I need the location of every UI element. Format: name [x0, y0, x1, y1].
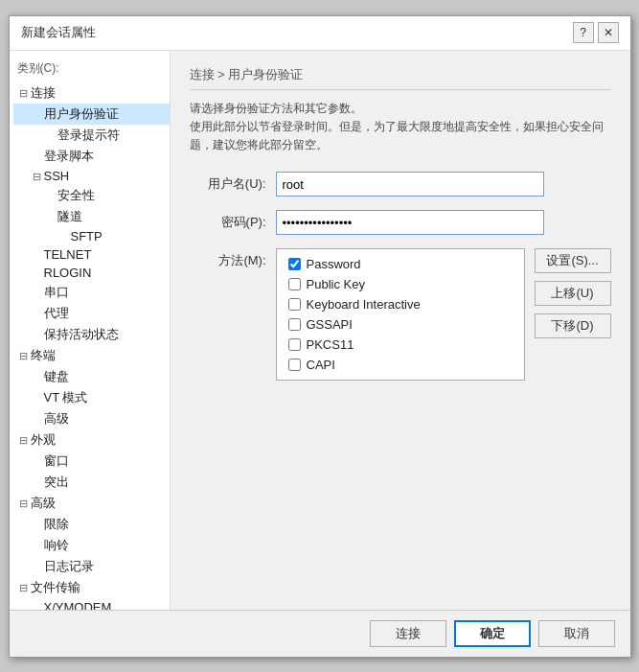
cancel-button[interactable]: 取消 [538, 620, 615, 647]
ok-button[interactable]: 确定 [454, 620, 531, 647]
sidebar-item-label-telnet: TELNET [13, 245, 170, 264]
method-checkbox-capi[interactable] [288, 359, 301, 371]
collapse-icon: ⊟ [17, 498, 31, 510]
sidebar-item-logging[interactable]: 日志记录 [13, 556, 170, 577]
sidebar-item-window[interactable]: 窗口 [13, 451, 170, 472]
sidebar-item-label-logging: 日志记录 [13, 556, 170, 577]
sidebar-item-vt-mode[interactable]: VT 模式 [13, 387, 170, 408]
method-label-keyboard: Keyboard Interactive [307, 297, 421, 312]
sidebar-item-label-highlight: 突出 [13, 472, 170, 493]
sidebar-item-label-bell: 响铃 [13, 535, 170, 556]
methods-row: 方法(M): PasswordPublic KeyKeyboard Intera… [190, 248, 611, 381]
sidebar-item-label-rlogin: RLOGIN [13, 264, 170, 282]
sidebar-item-label-appearance: ⊟外观 [13, 429, 170, 451]
sidebar: 类别(C): ⊟连接 用户身份验证 登录提示符 登录脚本⊟SSH 安全性 隧道 … [10, 51, 171, 610]
methods-box: PasswordPublic KeyKeyboard InteractiveGS… [276, 248, 525, 381]
sidebar-item-bell[interactable]: 响铃 [13, 535, 170, 556]
up-button[interactable]: 上移(U) [535, 281, 611, 306]
method-label-password: Password [307, 257, 361, 271]
sidebar-item-connect[interactable]: ⊟连接 [13, 82, 170, 104]
sidebar-item-security[interactable]: 安全性 [13, 185, 170, 206]
password-row: 密码(P): [190, 210, 611, 235]
sidebar-item-keyboard[interactable]: 键盘 [13, 366, 170, 387]
dialog-body: 类别(C): ⊟连接 用户身份验证 登录提示符 登录脚本⊟SSH 安全性 隧道 … [10, 51, 630, 610]
sidebar-item-login-script[interactable]: 登录脚本 [13, 146, 170, 167]
sidebar-item-label-window: 窗口 [13, 451, 170, 472]
description: 请选择身份验证方法和其它参数。 使用此部分以节省登录时间。但是，为了最大限度地提… [190, 100, 611, 155]
sidebar-item-advanced[interactable]: 高级 [13, 408, 170, 429]
method-checkbox-keyboard[interactable] [288, 298, 301, 311]
sidebar-item-label-sftp: SFTP [13, 227, 170, 245]
sidebar-item-label-xymodem: X/YMODEM [13, 598, 170, 610]
method-item-publickey: Public Key [288, 277, 513, 291]
help-button[interactable]: ? [573, 22, 594, 43]
sidebar-item-terminal[interactable]: ⊟终端 [13, 345, 170, 366]
main-content: 连接 > 用户身份验证 请选择身份验证方法和其它参数。 使用此部分以节省登录时间… [171, 51, 630, 610]
methods-container: PasswordPublic KeyKeyboard InteractiveGS… [276, 248, 611, 381]
title-bar: 新建会话属性 ? ✕ [10, 16, 630, 51]
sidebar-item-limit[interactable]: 限除 [13, 514, 170, 535]
sidebar-item-label-serial: 串口 [13, 282, 170, 303]
setup-button[interactable]: 设置(S)... [535, 248, 611, 273]
close-button[interactable]: ✕ [598, 22, 619, 43]
sidebar-item-user-auth[interactable]: 用户身份验证 [13, 104, 170, 125]
method-item-pkcs11: PKCS11 [288, 337, 513, 352]
sidebar-item-proxy[interactable]: 代理 [13, 303, 170, 324]
sidebar-item-label-login-prompt: 登录提示符 [13, 125, 170, 146]
sidebar-item-telnet[interactable]: TELNET [13, 245, 170, 264]
sidebar-item-label-vt-mode: VT 模式 [13, 387, 170, 408]
sidebar-item-ssh[interactable]: ⊟SSH [13, 167, 170, 185]
sidebar-item-rlogin[interactable]: RLOGIN [13, 264, 170, 282]
collapse-icon: ⊟ [17, 434, 31, 447]
dialog-footer: 连接 确定 取消 [10, 610, 630, 657]
sidebar-item-highlight[interactable]: 突出 [13, 472, 170, 493]
method-item-capi: CAPI [288, 358, 513, 372]
methods-buttons: 设置(S)... 上移(U) 下移(D) [535, 248, 611, 338]
method-checkbox-gssapi[interactable] [288, 318, 301, 331]
sidebar-item-label-tunnel: 隧道 [13, 206, 170, 227]
down-button[interactable]: 下移(D) [535, 313, 611, 338]
sidebar-item-sftp[interactable]: SFTP [13, 227, 170, 245]
sidebar-item-xymodem[interactable]: X/YMODEM [13, 598, 170, 610]
sidebar-item-label-advanced2: ⊟高级 [13, 493, 170, 514]
sidebar-item-label-keepalive: 保持活动状态 [13, 324, 170, 345]
method-item-keyboard: Keyboard Interactive [288, 297, 513, 312]
sidebar-item-serial[interactable]: 串口 [13, 282, 170, 303]
sidebar-item-label-proxy: 代理 [13, 303, 170, 324]
dialog-title: 新建会话属性 [21, 24, 96, 41]
method-checkbox-pkcs11[interactable] [288, 338, 301, 351]
sidebar-item-label-terminal: ⊟终端 [13, 345, 170, 366]
sidebar-item-keepalive[interactable]: 保持活动状态 [13, 324, 170, 345]
method-checkbox-publickey[interactable] [288, 278, 301, 290]
method-checkbox-password[interactable] [288, 258, 301, 270]
sidebar-item-label-filetransfer: ⊟文件传输 [13, 577, 170, 598]
tree-root: ⊟连接 用户身份验证 登录提示符 登录脚本⊟SSH 安全性 隧道 SFTP TE… [10, 82, 170, 610]
sidebar-item-label-connect: ⊟连接 [13, 82, 170, 104]
collapse-icon: ⊟ [17, 350, 31, 362]
sidebar-item-label-user-auth: 用户身份验证 [13, 104, 170, 125]
desc-line1: 请选择身份验证方法和其它参数。 [190, 100, 611, 118]
sidebar-item-filetransfer[interactable]: ⊟文件传输 [13, 577, 170, 598]
title-bar-buttons: ? ✕ [573, 22, 619, 43]
sidebar-item-tunnel[interactable]: 隧道 [13, 206, 170, 227]
username-input[interactable] [276, 172, 544, 197]
username-label: 用户名(U): [190, 175, 266, 193]
password-input[interactable] [276, 210, 544, 235]
collapse-icon: ⊟ [17, 582, 31, 594]
method-label-gssapi: GSSAPI [307, 317, 353, 332]
desc-line2: 使用此部分以节省登录时间。但是，为了最大限度地提高安全性，如果担心安全问题，建议… [190, 118, 611, 154]
sidebar-item-login-prompt[interactable]: 登录提示符 [13, 125, 170, 146]
sidebar-item-advanced2[interactable]: ⊟高级 [13, 493, 170, 514]
method-item-password: Password [288, 257, 513, 271]
method-item-gssapi: GSSAPI [288, 317, 513, 332]
sidebar-item-appearance[interactable]: ⊟外观 [13, 429, 170, 451]
method-label-pkcs11: PKCS11 [307, 337, 354, 352]
connect-button[interactable]: 连接 [370, 620, 446, 647]
sidebar-item-label-login-script: 登录脚本 [13, 146, 170, 167]
sidebar-item-label-keyboard: 键盘 [13, 366, 170, 387]
sidebar-item-label-security: 安全性 [13, 185, 170, 206]
sidebar-header: 类别(C): [10, 58, 170, 82]
method-label: 方法(M): [190, 248, 266, 269]
sidebar-item-label-ssh: ⊟SSH [13, 167, 170, 185]
method-label-capi: CAPI [307, 358, 335, 372]
